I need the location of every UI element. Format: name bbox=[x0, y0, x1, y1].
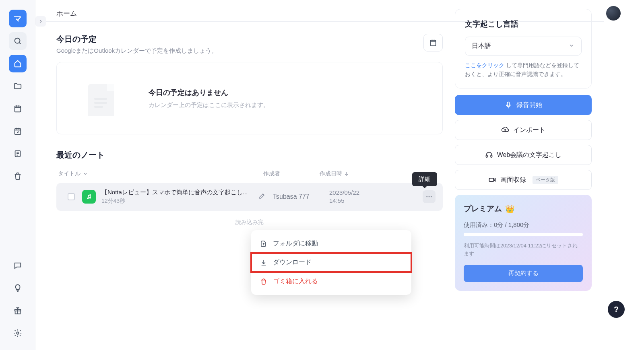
nav-settings[interactable] bbox=[9, 324, 27, 342]
gear-icon bbox=[13, 329, 22, 338]
dots-icon bbox=[425, 193, 433, 200]
nav-search[interactable] bbox=[9, 32, 27, 50]
nav-calendar[interactable] bbox=[9, 100, 27, 117]
note-more-button[interactable]: 詳細 bbox=[423, 190, 436, 203]
help-button[interactable]: ? bbox=[608, 301, 625, 318]
svg-rect-14 bbox=[489, 178, 494, 181]
crown-icon: 👑 bbox=[505, 204, 515, 214]
calendar-icon bbox=[13, 104, 22, 113]
column-date[interactable]: 作成日時 bbox=[320, 170, 372, 177]
chat-icon bbox=[13, 261, 22, 270]
app-logo[interactable]: マ bbox=[9, 10, 27, 27]
calendar-button[interactable] bbox=[423, 34, 443, 51]
nav-folder[interactable] bbox=[9, 77, 27, 95]
pencil-icon bbox=[258, 192, 266, 200]
note-audio-icon bbox=[82, 190, 96, 204]
schedule-icon bbox=[13, 127, 22, 136]
svg-rect-1 bbox=[14, 106, 21, 112]
svg-point-8 bbox=[426, 196, 427, 198]
renew-button[interactable]: 再契約する bbox=[464, 265, 583, 282]
beta-badge: ベータ版 bbox=[533, 176, 558, 184]
loading-complete-text: 読み込み完 bbox=[56, 219, 443, 226]
note-duration: 12分43秒 bbox=[101, 198, 258, 205]
schedule-subtitle: GoogleまたはOutlookカレンダーで予定を作成しましょう。 bbox=[56, 47, 217, 55]
gift-icon bbox=[13, 306, 22, 315]
schedule-empty-card: 今日の予定はありません カレンダー上の予定はここに表示されます。 bbox=[56, 62, 443, 134]
svg-rect-11 bbox=[508, 102, 510, 106]
empty-subtitle: カレンダー上の予定はここに表示されます。 bbox=[149, 101, 269, 109]
empty-title: 今日の予定はありません bbox=[149, 88, 269, 97]
page-title: ホーム bbox=[56, 9, 77, 18]
column-title[interactable]: タイトル bbox=[58, 170, 263, 177]
schedule-title: 今日の予定 bbox=[56, 34, 217, 45]
more-tooltip: 詳細 bbox=[412, 172, 437, 186]
language-value: 日本語 bbox=[472, 42, 491, 50]
note-context-menu: フォルダに移動 ダウンロード ゴミ箱に入れる bbox=[251, 230, 411, 295]
svg-point-10 bbox=[431, 196, 432, 198]
chevron-down-icon bbox=[568, 42, 575, 49]
search-icon bbox=[13, 37, 22, 45]
nav-home[interactable] bbox=[9, 55, 27, 72]
notebook-icon bbox=[13, 149, 22, 158]
trash-icon bbox=[13, 172, 22, 181]
calendar-icon bbox=[429, 39, 437, 47]
download-icon bbox=[260, 259, 267, 266]
screen-recording-button[interactable]: 画面収録 ベータ版 bbox=[455, 170, 592, 190]
video-icon bbox=[488, 176, 496, 184]
lightbulb-icon bbox=[13, 284, 22, 292]
nav-tips[interactable] bbox=[9, 279, 27, 297]
lang-panel-title: 文字起こし言語 bbox=[465, 19, 582, 29]
avatar[interactable] bbox=[606, 6, 621, 21]
hint-link[interactable]: ここをクリック bbox=[465, 62, 504, 68]
nav-gift[interactable] bbox=[9, 302, 27, 319]
folder-move-icon bbox=[260, 240, 267, 247]
premium-progress-bar bbox=[464, 233, 583, 236]
lang-hint: ここをクリック して専門用語などを登録しておくと、より正確に音声認識できます。 bbox=[465, 61, 582, 78]
nav-schedule[interactable] bbox=[9, 122, 27, 140]
premium-card: プレミアム 👑 使用済み：0分 / 1,800分 利用可能時間は2023/12/… bbox=[455, 195, 592, 291]
sidebar-expand[interactable] bbox=[35, 16, 46, 27]
note-edit-button[interactable] bbox=[258, 192, 273, 201]
menu-move-to-folder[interactable]: フォルダに移動 bbox=[251, 234, 411, 253]
home-icon bbox=[13, 59, 22, 68]
folder-icon bbox=[13, 82, 22, 91]
note-checkbox[interactable] bbox=[68, 193, 75, 200]
recent-notes-title: 最近のノート bbox=[56, 150, 443, 161]
note-title: 【Nottaレビュー】スマホで簡単に音声の文字起こし... bbox=[101, 189, 258, 196]
column-author: 作成者 bbox=[263, 170, 320, 177]
trash-icon bbox=[260, 278, 267, 285]
note-date: 2023/05/2214:55 bbox=[329, 189, 382, 205]
mic-icon bbox=[504, 101, 512, 109]
svg-point-0 bbox=[14, 38, 20, 43]
svg-rect-12 bbox=[486, 155, 487, 157]
svg-rect-2 bbox=[14, 129, 21, 135]
menu-download[interactable]: ダウンロード bbox=[251, 253, 411, 272]
cloud-upload-icon bbox=[501, 126, 509, 134]
svg-point-6 bbox=[17, 332, 19, 334]
chevron-down-icon bbox=[83, 171, 88, 176]
start-recording-button[interactable]: 録音開始 bbox=[455, 95, 592, 115]
svg-rect-7 bbox=[430, 40, 436, 45]
transcription-language-panel: 文字起こし言語 日本語 ここをクリック して専門用語などを登録しておくと、より正… bbox=[455, 9, 592, 89]
nav-feedback[interactable] bbox=[9, 257, 27, 274]
premium-usage: 使用済み：0分 / 1,800分 bbox=[464, 221, 583, 229]
web-meeting-button[interactable]: Web会議の文字起こし bbox=[455, 145, 592, 165]
notes-table-header: タイトル 作成者 作成日時 bbox=[56, 170, 443, 183]
arrow-down-icon bbox=[344, 171, 349, 177]
empty-illustration bbox=[76, 76, 128, 120]
nav-trash[interactable] bbox=[9, 167, 27, 185]
svg-point-9 bbox=[429, 196, 430, 198]
menu-trash[interactable]: ゴミ箱に入れる bbox=[251, 272, 411, 291]
headset-icon bbox=[485, 151, 493, 159]
premium-reset-text: 利用可能時間は2023/12/04 11:22にリセットされます bbox=[464, 242, 583, 257]
note-row[interactable]: 【Nottaレビュー】スマホで簡単に音声の文字起こし... 12分43秒 Tsu… bbox=[56, 183, 443, 211]
import-button[interactable]: インポート bbox=[455, 120, 592, 140]
nav-notebook[interactable] bbox=[9, 145, 27, 163]
svg-rect-13 bbox=[491, 155, 492, 157]
note-author: Tsubasa 777 bbox=[273, 193, 329, 200]
language-select[interactable]: 日本語 bbox=[465, 37, 582, 56]
sidebar: マ bbox=[0, 0, 35, 350]
chevron-right-icon bbox=[38, 19, 43, 24]
premium-title: プレミアム bbox=[464, 204, 502, 214]
